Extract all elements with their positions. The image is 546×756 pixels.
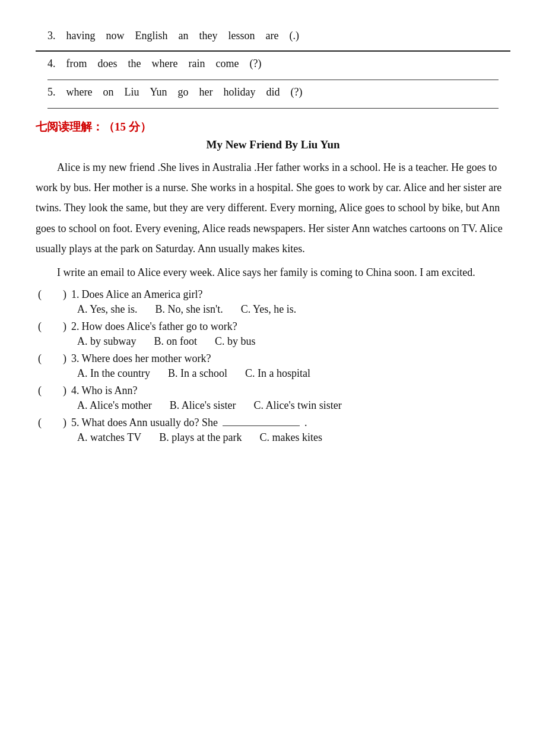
q3-option-b: B. In a school [168, 367, 227, 380]
sentence-4-w2: does [98, 58, 118, 70]
q5-text: What does Ann usually do? She [82, 417, 218, 429]
q4-option-b: B. Alice's sister [170, 399, 236, 412]
q5-after-text: . [304, 417, 307, 429]
sentence-3-w3: English [135, 30, 168, 42]
question-3: ( ) 3. Where does her mother work? A. In… [36, 352, 510, 380]
q5-option-c: C. makes kites [260, 431, 323, 444]
sentence-5-w4: Yun [150, 86, 167, 99]
sentence-3: 3. having now English an they lesson are… [36, 24, 510, 46]
question-4: ( ) 4. Who is Ann? A. Alice's mother B. … [36, 385, 510, 412]
q4-number: 4. [71, 385, 80, 397]
sentence-3-w7: are [266, 30, 279, 42]
question-1: ( ) 1. Does Alice an America girl? A. Ye… [36, 288, 510, 316]
sentence-4: 4. from does the where rain come (?) [36, 52, 510, 80]
q4-option-a: A. Alice's mother [77, 399, 152, 412]
sentence-5-w2: on [103, 86, 113, 99]
sentence-3-number: 3. [47, 30, 56, 42]
q2-option-c: C. by bus [215, 335, 256, 348]
q1-number: 1. [71, 288, 80, 301]
q5-paren-open: ( [36, 417, 44, 429]
sentence-4-w4: where [152, 58, 178, 70]
sentence-5-w5: go [178, 86, 189, 99]
section-7: 七阅读理解：（15 分） My New Friend By Liu Yun Al… [36, 119, 510, 444]
q4-option-c: C. Alice's twin sister [253, 399, 341, 412]
q2-number: 2. [71, 320, 80, 333]
sentence-3-w5: they [199, 30, 218, 42]
sentence-4-w7: (?) [249, 58, 261, 70]
q3-option-c: C. In a hospital [245, 367, 310, 380]
passage-paragraph-1: Alice is my new friend .She lives in Aus… [36, 157, 510, 259]
q1-option-a: A. Yes, she is. [77, 303, 138, 316]
q2-paren-close: ) [61, 320, 69, 333]
q1-option-c: C. Yes, he is. [241, 303, 297, 316]
sentence-5-w7: holiday [223, 86, 255, 99]
sentence-5-w8: did [266, 86, 280, 99]
sentence-3-w2: now [106, 30, 125, 42]
passage-title: My New Friend By Liu Yun [36, 138, 510, 151]
sentence-3-w8: (.) [290, 30, 300, 42]
sentence-5-number: 5. [47, 86, 56, 99]
sentence-5-w6: her [199, 86, 213, 99]
q4-paren-open: ( [36, 385, 44, 397]
q1-text: Does Alice an America girl? [82, 288, 203, 301]
section-7-header: 七阅读理解：（15 分） [36, 119, 510, 135]
q4-paren-close: ) [61, 385, 69, 397]
sentence-4-number: 4. [47, 58, 56, 70]
question-5: ( ) 5. What does Ann usually do? She . A… [36, 417, 510, 444]
q3-paren-open: ( [36, 352, 44, 365]
q2-option-a: A. by subway [77, 335, 136, 348]
q1-paren-close: ) [61, 288, 69, 301]
sentence-3-w1: having [66, 30, 96, 42]
q5-paren-close: ) [61, 417, 69, 429]
passage-paragraph-2: I write an email to Alice every week. Al… [36, 262, 510, 282]
sentence-4-w3: the [128, 58, 141, 70]
q2-option-b: B. on foot [154, 335, 198, 348]
q5-number: 5. [71, 417, 80, 429]
q5-option-a: A. watches TV [77, 431, 141, 444]
sentence-4-w1: from [66, 58, 87, 70]
q5-blank [223, 425, 300, 426]
q2-text: How does Alice's father go to work? [82, 320, 237, 333]
q1-option-b: B. No, she isn't. [155, 303, 223, 316]
q2-paren-open: ( [36, 320, 44, 333]
sentence-5-w9: (?) [291, 86, 303, 99]
sentence-5-w1: where [66, 86, 93, 99]
q5-option-b: B. plays at the park [159, 431, 242, 444]
q4-text: Who is Ann? [82, 385, 138, 397]
answer-line-5 [47, 108, 499, 109]
q3-paren-close: ) [61, 352, 69, 365]
q3-option-a: A. In the country [77, 367, 150, 380]
q1-paren-open: ( [36, 288, 44, 301]
sentence-4-w5: rain [188, 58, 205, 70]
sentence-5: 5. where on Liu Yun go her holiday did (… [36, 80, 510, 109]
sentence-5-w3: Liu [124, 86, 139, 99]
q3-text: Where does her mother work? [82, 352, 211, 365]
sentence-4-w6: come [215, 58, 239, 70]
sentence-3-w4: an [179, 30, 189, 42]
sentence-3-w6: lesson [228, 30, 255, 42]
q3-number: 3. [71, 352, 80, 365]
question-2: ( ) 2. How does Alice's father go to wor… [36, 320, 510, 348]
